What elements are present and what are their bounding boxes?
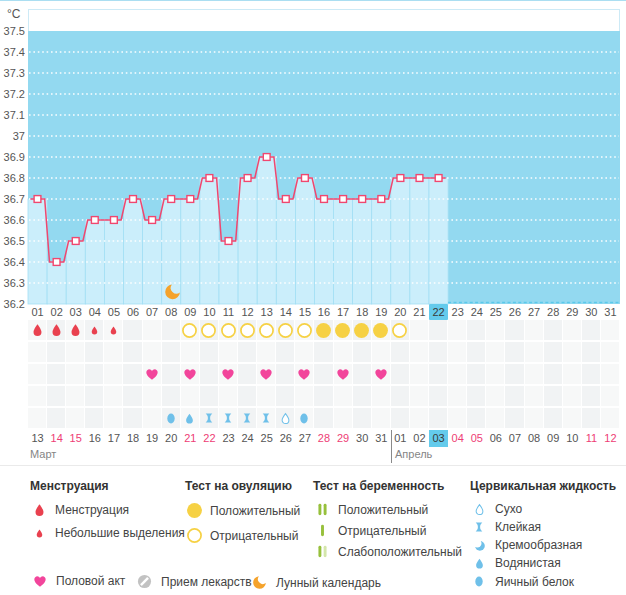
tracking-cell[interactable]	[47, 364, 66, 386]
tracking-cell[interactable]	[372, 408, 391, 430]
cycle-day-cell[interactable]: 09	[181, 304, 200, 320]
tracking-cell[interactable]	[410, 320, 429, 342]
day-column[interactable]	[219, 241, 238, 304]
cycle-day-cell[interactable]: 01	[28, 304, 47, 320]
tracking-cell[interactable]	[295, 364, 314, 386]
tracking-cell[interactable]	[601, 320, 620, 342]
tracking-cell[interactable]	[448, 320, 467, 342]
day-column[interactable]	[66, 241, 85, 304]
date-cell[interactable]: 13	[28, 430, 47, 447]
date-cell[interactable]: 15	[66, 430, 85, 447]
cycle-day-cell[interactable]: 04	[85, 304, 104, 320]
date-cell[interactable]: 22	[200, 430, 219, 447]
tracking-cell[interactable]	[391, 342, 410, 364]
temp-point[interactable]	[130, 196, 137, 203]
day-column[interactable]	[162, 199, 181, 304]
temp-point[interactable]	[321, 196, 328, 203]
tracking-cell[interactable]	[85, 320, 104, 342]
temp-point[interactable]	[168, 196, 175, 203]
tracking-cell[interactable]	[276, 342, 295, 364]
tracking-cell[interactable]	[563, 320, 582, 342]
tracking-cell[interactable]	[238, 386, 257, 408]
tracking-cell[interactable]	[486, 408, 505, 430]
day-column[interactable]	[372, 199, 391, 304]
tracking-cell[interactable]	[219, 408, 238, 430]
tracking-cell[interactable]	[372, 320, 391, 342]
tracking-cell[interactable]	[276, 386, 295, 408]
cycle-day-cell[interactable]: 18	[353, 304, 372, 320]
tracking-cell[interactable]	[181, 320, 200, 342]
date-cell[interactable]: 01	[391, 430, 410, 447]
tracking-cell[interactable]	[429, 386, 448, 408]
tracking-cell[interactable]	[372, 342, 391, 364]
tracking-cell[interactable]	[104, 386, 123, 408]
tracking-cell[interactable]	[372, 386, 391, 408]
tracking-cell[interactable]	[314, 342, 333, 364]
tracking-cell[interactable]	[353, 408, 372, 430]
tracking-cell[interactable]	[544, 364, 563, 386]
date-cell[interactable]: 20	[162, 430, 181, 447]
cycle-day-cell[interactable]: 03	[66, 304, 85, 320]
tracking-cell[interactable]	[467, 342, 486, 364]
tracking-cell[interactable]	[334, 386, 353, 408]
temp-point[interactable]	[263, 154, 270, 161]
date-cell[interactable]: 25	[257, 430, 276, 447]
tracking-cell[interactable]	[505, 320, 524, 342]
tracking-cell[interactable]	[257, 386, 276, 408]
tracking-cell[interactable]	[123, 386, 142, 408]
tracking-cell[interactable]	[563, 342, 582, 364]
tracking-cell[interactable]	[85, 386, 104, 408]
tracking-cell[interactable]	[391, 408, 410, 430]
cycle-day-cell[interactable]: 08	[162, 304, 181, 320]
cycle-day-cell[interactable]: 22	[429, 304, 448, 320]
tracking-cell[interactable]	[295, 386, 314, 408]
tracking-cell[interactable]	[410, 408, 429, 430]
tracking-cell[interactable]	[66, 342, 85, 364]
tracking-cell[interactable]	[104, 408, 123, 430]
tracking-cell[interactable]	[544, 342, 563, 364]
tracking-cell[interactable]	[448, 408, 467, 430]
tracking-cell[interactable]	[28, 386, 47, 408]
cycle-day-cell[interactable]: 20	[391, 304, 410, 320]
tracking-cell[interactable]	[181, 342, 200, 364]
tracking-cell[interactable]	[123, 342, 142, 364]
tracking-cell[interactable]	[314, 364, 333, 386]
tracking-cell[interactable]	[257, 408, 276, 430]
tracking-cell[interactable]	[257, 342, 276, 364]
date-cell[interactable]: 05	[467, 430, 486, 447]
tracking-cell[interactable]	[582, 408, 601, 430]
cycle-day-cell[interactable]: 06	[123, 304, 142, 320]
temp-point[interactable]	[397, 175, 404, 182]
tracking-cell[interactable]	[525, 364, 544, 386]
temp-point[interactable]	[416, 175, 423, 182]
date-cell[interactable]: 11	[582, 430, 601, 447]
tracking-cell[interactable]	[505, 408, 524, 430]
tracking-cell[interactable]	[66, 408, 85, 430]
cycle-day-cell[interactable]: 19	[372, 304, 391, 320]
tracking-cell[interactable]	[238, 320, 257, 342]
date-cell[interactable]: 03	[429, 430, 448, 447]
tracking-cell[interactable]	[486, 386, 505, 408]
tracking-cell[interactable]	[353, 320, 372, 342]
day-column[interactable]	[181, 199, 200, 304]
tracking-cell[interactable]	[410, 364, 429, 386]
tracking-cell[interactable]	[162, 364, 181, 386]
tracking-cell[interactable]	[601, 342, 620, 364]
date-cell[interactable]: 28	[314, 430, 333, 447]
tracking-cell[interactable]	[314, 386, 333, 408]
tracking-cell[interactable]	[429, 364, 448, 386]
date-cell[interactable]: 31	[372, 430, 391, 447]
tracking-cell[interactable]	[486, 364, 505, 386]
date-cell[interactable]: 27	[295, 430, 314, 447]
tracking-cell[interactable]	[276, 320, 295, 342]
day-column[interactable]	[28, 199, 47, 304]
tracking-cell[interactable]	[123, 364, 142, 386]
tracking-cell[interactable]	[28, 342, 47, 364]
cycle-day-cell[interactable]: 31	[601, 304, 620, 320]
tracking-cell[interactable]	[219, 320, 238, 342]
tracking-cell[interactable]	[104, 320, 123, 342]
day-column[interactable]	[85, 220, 104, 304]
tracking-cell[interactable]	[219, 364, 238, 386]
tracking-cell[interactable]	[448, 342, 467, 364]
tracking-cell[interactable]	[219, 386, 238, 408]
